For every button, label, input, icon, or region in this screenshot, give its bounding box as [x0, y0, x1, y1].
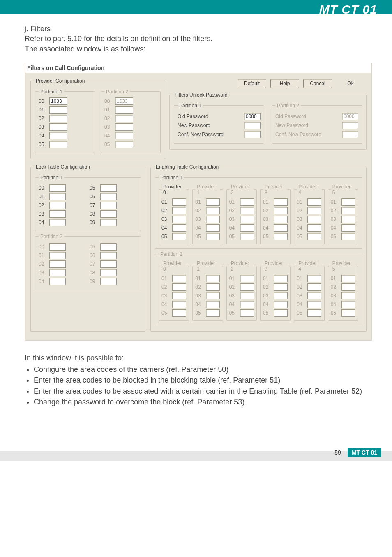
fup-p1-conf-input[interactable] — [244, 131, 261, 138]
provider-legend: Provider 1 — [195, 184, 220, 195]
enable-legend: Enabling Table Configuration — [154, 164, 220, 170]
provider-column: Provider 00102030405 — [159, 184, 189, 244]
enable-row-input — [307, 292, 321, 299]
enable-row-input — [307, 198, 321, 206]
p1-row-00-input[interactable] — [49, 97, 67, 105]
provider-legend: Provider 0 — [161, 260, 186, 272]
lock-row-input — [49, 252, 66, 259]
enable-row-input — [307, 275, 321, 282]
enable-row-input — [341, 207, 355, 214]
fup-p2-conf-input — [342, 131, 358, 138]
enable-row-input — [172, 275, 186, 282]
page-number: 59 — [334, 449, 341, 456]
enable-row-input — [240, 198, 254, 206]
enable-row-input — [240, 309, 254, 317]
p1-row-04-input[interactable] — [49, 132, 67, 139]
fup-partition-2: Partition 2 Old Password New Password Co… — [272, 103, 362, 144]
enable-row-input[interactable] — [172, 216, 186, 223]
help-button[interactable]: Help — [270, 79, 299, 88]
cancel-button[interactable]: Cancel — [303, 79, 332, 88]
provider-configuration-group: Provider Configuration Partition 1 00 01… — [30, 78, 165, 159]
enable-row-label: 04 — [161, 225, 170, 231]
enable-row-label: 05 — [161, 234, 170, 239]
lock-row-input[interactable] — [49, 184, 66, 192]
enable-row-input — [274, 233, 288, 240]
page-footer: 59 MT CT 01 — [0, 451, 392, 464]
refer-text: Refer to par. 5.10 for the details on de… — [25, 34, 372, 44]
lock-row-input[interactable] — [49, 219, 66, 226]
ok-button[interactable]: Ok — [336, 79, 365, 88]
p2-row-03-label: 03 — [104, 124, 113, 130]
p2-row-00-label: 00 — [104, 98, 113, 104]
p1-row-03-input[interactable] — [49, 123, 67, 131]
fup-partition-1: Partition 1 Old Password New Password Co… — [174, 103, 264, 144]
lock-row-input — [100, 278, 117, 285]
enable-row-label: 03 — [195, 293, 203, 299]
p1-row-02-input[interactable] — [49, 115, 67, 122]
lock-row-label: 09 — [90, 278, 98, 284]
lock-row-input[interactable] — [49, 210, 66, 218]
lock-row-input[interactable] — [49, 202, 66, 209]
enable-row-input — [274, 309, 288, 317]
section-heading: j. Filters — [25, 24, 372, 34]
lock-row-input[interactable] — [49, 193, 66, 200]
provider-column: Provider 30102030405 — [260, 184, 291, 244]
enable-row-input[interactable] — [172, 233, 186, 240]
enable-row-input — [240, 301, 254, 308]
lock-row-label: 07 — [90, 261, 98, 267]
p1-row-05-input[interactable] — [49, 141, 67, 148]
default-button[interactable]: Default — [238, 79, 266, 88]
p1-row-01-input[interactable] — [49, 106, 67, 114]
enable-row-label: 01 — [331, 276, 339, 281]
enable-row-input — [307, 309, 321, 317]
enable-row-label: 01 — [331, 199, 339, 205]
fup-p1-new-label: New Password — [178, 123, 227, 128]
lock-row-input — [49, 269, 66, 276]
enable-row-label: 03 — [195, 216, 203, 222]
enable-row-label: 02 — [161, 208, 170, 214]
enable-row-input — [341, 301, 355, 308]
lock-legend: Lock Table Configuration — [34, 164, 92, 170]
enable-row-label: 02 — [229, 208, 238, 214]
provider-legend: Provider 2 — [229, 260, 254, 272]
lock-partition-1: Partition 1 00010203040506070809 — [35, 175, 141, 231]
lock-row-input[interactable] — [100, 219, 117, 226]
enable-row-input[interactable] — [172, 198, 186, 206]
enable-row-input — [341, 216, 355, 223]
lock-row-input[interactable] — [100, 184, 117, 192]
enable-row-label: 02 — [297, 208, 305, 214]
fup-p1-old-input[interactable] — [244, 113, 261, 120]
enable-row-label: 03 — [297, 216, 305, 222]
enable-row-label: 01 — [229, 199, 238, 205]
lock-row-input[interactable] — [100, 202, 117, 209]
list-item: Configure the area codes of the carriers… — [34, 364, 372, 374]
enable-row-input — [341, 309, 355, 317]
enable-row-label: 04 — [229, 225, 238, 231]
enable-row-label: 04 — [229, 302, 238, 307]
enable-row-input — [341, 292, 355, 299]
enable-row-label: 04 — [195, 302, 203, 307]
enable-row-input — [240, 224, 254, 232]
lock-row-input — [100, 260, 117, 268]
enable-row-label: 01 — [297, 199, 305, 205]
enable-partition-1: Partition 1 Provider 00102030405Provider… — [155, 175, 362, 249]
enable-row-label: 01 — [195, 199, 203, 205]
fup-p2-legend: Partition 2 — [275, 103, 301, 109]
lock-row-label: 00 — [39, 185, 47, 191]
provider-legend: Provider 3 — [263, 184, 288, 195]
fup-p1-new-input[interactable] — [244, 122, 261, 129]
enable-row-input — [307, 207, 321, 214]
enable-row-input — [274, 216, 288, 223]
provider-column: Provider 00102030405 — [159, 260, 189, 321]
provider-legend: Provider 4 — [297, 184, 321, 195]
enable-row-input[interactable] — [172, 207, 186, 214]
provider-partition-1: Partition 1 00 01 02 03 04 05 — [35, 89, 95, 153]
lock-row-input[interactable] — [100, 193, 117, 200]
enable-row-input[interactable] — [172, 224, 186, 232]
enable-row-input — [240, 283, 254, 291]
enable-row-label: 02 — [195, 284, 203, 290]
lock-row-input[interactable] — [100, 210, 117, 218]
fup-p2-conf-label: Conf. New Password — [275, 132, 325, 137]
enable-row-label: 03 — [263, 216, 271, 222]
list-item: Enter the area codes to be blocked in th… — [34, 375, 372, 385]
